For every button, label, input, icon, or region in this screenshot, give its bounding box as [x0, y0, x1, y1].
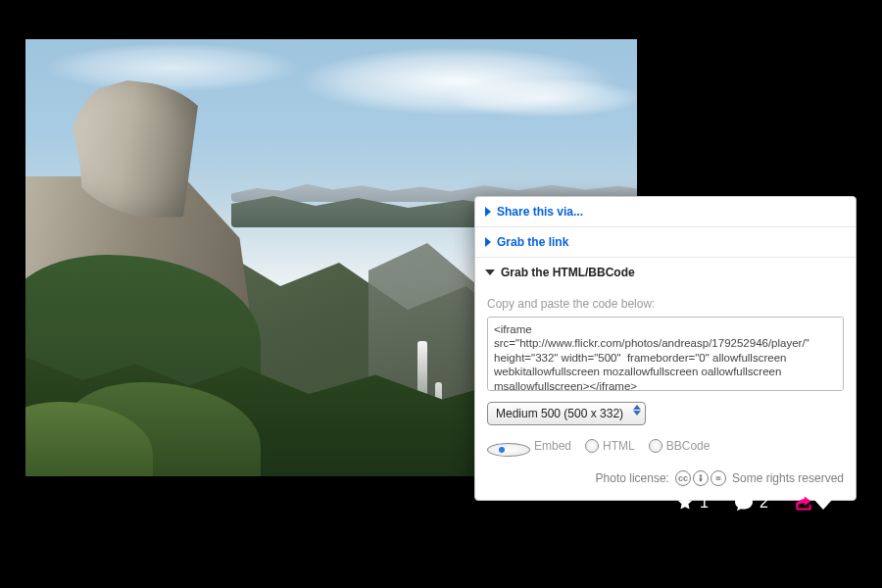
- panel-tail-icon: [814, 500, 832, 510]
- grab-link-label: Grab the link: [497, 235, 568, 249]
- favorite-count: 1: [700, 494, 709, 512]
- grab-html-label: Grab the HTML/BBCode: [501, 266, 635, 279]
- share-icon: [794, 494, 813, 512]
- cc-by-icon: cc: [675, 470, 691, 486]
- format-radio-label: Embed: [534, 439, 571, 453]
- format-radio-embed[interactable]: Embed: [487, 435, 571, 457]
- size-select[interactable]: Medium 500 (500 x 332): [487, 402, 646, 425]
- chevron-down-icon: [485, 270, 495, 275]
- chevron-right-icon: [485, 237, 491, 247]
- svg-rect-2: [716, 476, 721, 477]
- grab-html-body: Copy and paste the code below: Medium 50…: [475, 287, 856, 500]
- cc-icons[interactable]: cc: [675, 470, 726, 486]
- cc-attribution-icon: [693, 470, 709, 486]
- favorite-button[interactable]: 1: [676, 494, 709, 512]
- comment-icon: [734, 494, 754, 512]
- photo-action-bar: 1 2: [676, 494, 813, 512]
- format-radio-html[interactable]: HTML: [585, 439, 635, 453]
- comment-count: 2: [760, 494, 768, 512]
- cc-noderivs-icon: [710, 470, 726, 486]
- app-stage: Share this via... Grab the link Grab the…: [0, 0, 882, 588]
- license-prefix: Photo license:: [596, 471, 669, 485]
- star-icon: [676, 494, 694, 512]
- svg-rect-1: [700, 477, 703, 481]
- format-radio-label: BBCode: [666, 439, 710, 453]
- svg-point-0: [700, 474, 703, 477]
- format-radio-label: HTML: [603, 439, 635, 453]
- embed-code-textarea[interactable]: [487, 317, 844, 391]
- grab-link-section: Grab the link: [475, 227, 856, 258]
- grab-html-header[interactable]: Grab the HTML/BBCode: [475, 258, 856, 287]
- grab-link-header[interactable]: Grab the link: [475, 227, 856, 257]
- radio-icon: [585, 439, 599, 453]
- svg-rect-3: [716, 478, 721, 479]
- share-button[interactable]: [794, 494, 813, 512]
- radio-icon: [649, 439, 662, 453]
- size-select-value: Medium 500 (500 x 332): [496, 407, 623, 420]
- format-radio-group: Embed HTML BBCode: [487, 435, 844, 457]
- format-radio-bbcode[interactable]: BBCode: [649, 439, 710, 453]
- license-text: Some rights reserved: [732, 471, 844, 485]
- select-stepper-icon: [633, 405, 641, 416]
- copy-hint: Copy and paste the code below:: [487, 297, 844, 311]
- share-via-header[interactable]: Share this via...: [475, 197, 856, 226]
- chevron-right-icon: [485, 207, 491, 217]
- license-row: Photo license: cc Some rights reserved: [487, 470, 844, 486]
- share-via-label: Share this via...: [497, 205, 583, 219]
- radio-icon: [487, 443, 530, 457]
- share-panel: Share this via... Grab the link Grab the…: [474, 196, 857, 501]
- comment-button[interactable]: 2: [734, 494, 768, 512]
- grab-html-section: Grab the HTML/BBCode Copy and paste the …: [475, 258, 856, 500]
- share-via-section: Share this via...: [475, 197, 856, 227]
